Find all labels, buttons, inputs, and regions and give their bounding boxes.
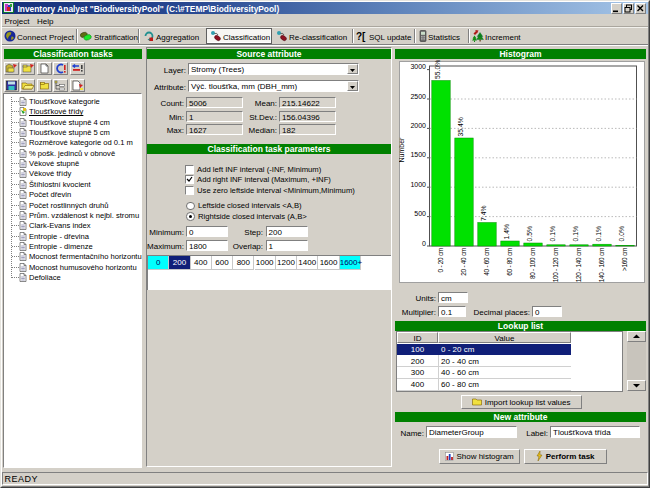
svg-text:60 - 80 cm: 60 - 80 cm (506, 248, 513, 276)
svg-text:7.4%: 7.4% (480, 206, 487, 222)
svg-text:0.1%: 0.1% (572, 226, 579, 242)
svg-text:0.1%: 0.1% (595, 226, 602, 242)
svg-text:>160 cm: >160 cm (621, 248, 628, 271)
svg-text:0 - 20 cm: 0 - 20 cm (437, 248, 444, 272)
svg-text:20 - 40 cm: 20 - 40 cm (460, 248, 467, 276)
svg-text:3000: 3000 (410, 63, 426, 70)
svg-text:1000: 1000 (410, 181, 426, 188)
svg-text:0.0%: 0.0% (618, 226, 625, 242)
svg-text:2500: 2500 (410, 93, 426, 100)
svg-text:100 - 120 cm: 100 - 120 cm (552, 248, 559, 282)
svg-text:40 - 60 cm: 40 - 60 cm (483, 248, 490, 276)
svg-text:140 - 160 cm: 140 - 160 cm (598, 248, 605, 282)
svg-text:Number: Number (399, 137, 405, 163)
svg-text:35.4%: 35.4% (457, 117, 464, 136)
svg-text:55.0%: 55.0% (434, 60, 441, 79)
svg-text:80 - 100 cm: 80 - 100 cm (529, 248, 536, 279)
svg-text:1.4%: 1.4% (503, 224, 510, 240)
svg-text:0.1%: 0.1% (549, 226, 556, 242)
svg-text:0: 0 (422, 240, 426, 247)
svg-text:2000: 2000 (410, 122, 426, 129)
svg-text:500: 500 (414, 210, 426, 217)
svg-text:120 - 140 cm: 120 - 140 cm (575, 248, 582, 282)
svg-text:0.5%: 0.5% (526, 226, 533, 242)
svg-text:1500: 1500 (410, 151, 426, 158)
